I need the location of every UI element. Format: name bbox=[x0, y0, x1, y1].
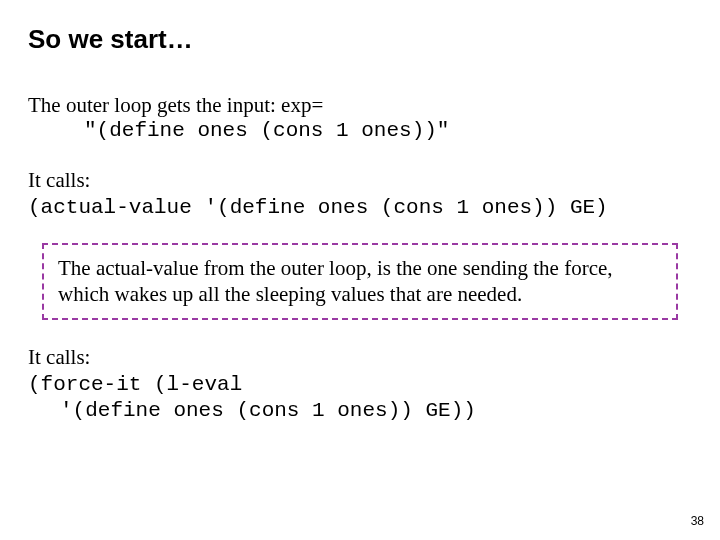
paragraph-3: It calls: (force-it (l-eval '(define one… bbox=[28, 344, 692, 425]
paragraph-1: The outer loop gets the input: exp= "(de… bbox=[28, 92, 692, 145]
p2-code: (actual-value '(define ones (cons 1 ones… bbox=[28, 196, 608, 219]
slide-title: So we start… bbox=[28, 24, 193, 55]
callout-text: The actual-value from the outer loop, is… bbox=[58, 256, 613, 306]
p1-line1: The outer loop gets the input: exp= bbox=[28, 93, 323, 117]
p3-code-line1: (force-it (l-eval bbox=[28, 373, 242, 396]
p3-code-line2: '(define ones (cons 1 ones)) GE)) bbox=[28, 398, 692, 424]
callout-box: The actual-value from the outer loop, is… bbox=[42, 243, 678, 320]
p3-line1: It calls: bbox=[28, 345, 90, 369]
slide-body: The outer loop gets the input: exp= "(de… bbox=[28, 92, 692, 446]
page-number: 38 bbox=[691, 514, 704, 528]
p1-code: "(define ones (cons 1 ones))" bbox=[28, 118, 692, 144]
p2-line1: It calls: bbox=[28, 168, 90, 192]
paragraph-2: It calls: (actual-value '(define ones (c… bbox=[28, 167, 692, 222]
slide: So we start… The outer loop gets the inp… bbox=[0, 0, 720, 540]
